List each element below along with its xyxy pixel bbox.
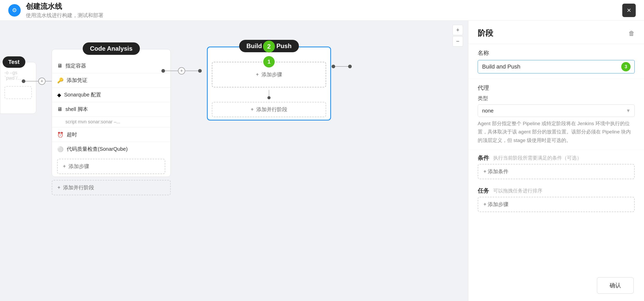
- add-condition-label: + 添加条件: [483, 168, 508, 175]
- panel-delete-button[interactable]: 🗑: [628, 30, 635, 37]
- panel-type-label: 类型: [478, 95, 635, 102]
- add-step-icon: +: [256, 72, 259, 78]
- zoom-in-button[interactable]: +: [453, 25, 463, 35]
- shell-icon: 🖥: [57, 106, 62, 112]
- header-icon: ⚙: [8, 4, 21, 17]
- add-condition-button[interactable]: + 添加条件: [478, 164, 635, 179]
- tasks-subtitle: 可以拖拽任务进行排序: [493, 187, 542, 194]
- code-analysis-add-parallel[interactable]: + 添加并行阶段: [52, 180, 171, 195]
- test-stage-pill: Test: [3, 56, 25, 68]
- sub-stage-vert-connector: [208, 90, 330, 99]
- add-parallel-icon: +: [251, 107, 254, 112]
- close-icon: ×: [627, 6, 631, 14]
- item-container: 🖥 指定容器: [52, 59, 170, 73]
- sub-stage-badge-1: 1: [263, 56, 275, 67]
- test-stage-card: -o –gs `pwd`/...: [0, 62, 36, 114]
- header-text: 创建流水线 使用流水线进行构建，测试和部署: [26, 2, 622, 19]
- clock-icon: ⏰: [57, 132, 64, 138]
- add-stage-between-code-build[interactable]: +: [178, 67, 185, 74]
- item-credential: 🔑 添加凭证: [52, 73, 170, 88]
- item-quality: ⚪ 代码质量检查(SonarQube): [52, 142, 170, 156]
- gear-icon: ⚙: [12, 7, 17, 14]
- build-push-add-parallel-label: 添加并行阶段: [256, 106, 287, 113]
- code-item-timeout[interactable]: 超时: [67, 131, 77, 138]
- test-stage-wrapper: Test -o –gs `pwd`/... +: [0, 62, 36, 114]
- build-push-add-step[interactable]: + 添加步骤: [251, 67, 287, 82]
- sub-stage-1: 1 + 添加步骤: [212, 62, 326, 87]
- code-analysis-pill[interactable]: Code Analysis: [83, 42, 140, 55]
- code-item-sonarqube[interactable]: Sonarqube 配置: [64, 91, 101, 98]
- zoom-controls: + −: [453, 25, 463, 47]
- add-stage-between-test-code[interactable]: +: [38, 78, 46, 85]
- name-badge: 3: [621, 62, 631, 71]
- zoom-out-button[interactable]: −: [453, 36, 463, 47]
- panel-conditions-section: 条件 执行当前阶段所需要满足的条件（可选） + 添加条件: [468, 150, 644, 183]
- sonar-icon: ◆: [57, 92, 61, 98]
- add-step-plus-icon: +: [63, 163, 66, 169]
- panel-name-label: 名称: [478, 49, 635, 57]
- panel-type-select-wrapper: none any label node docker dockerfile ▼: [478, 104, 635, 117]
- add-parallel-plus-icon: +: [57, 185, 61, 191]
- code-analysis-card: 🖥 指定容器 🔑 添加凭证 ◆ Sonarqube 配置 🖥 shell 脚本 …: [52, 49, 171, 177]
- test-stage-area: Test -o –gs `pwd`/...: [0, 62, 36, 114]
- conditions-subtitle: 执行当前阶段所需要满足的条件（可选）: [493, 155, 582, 161]
- build-push-number-badge: 2: [263, 41, 275, 52]
- code-item-shell[interactable]: shell 脚本: [65, 106, 88, 113]
- header: ⚙ 创建流水线 使用流水线进行构建，测试和部署 ×: [0, 0, 644, 21]
- header-title: 创建流水线: [26, 2, 622, 11]
- confirm-button[interactable]: 确认: [597, 277, 634, 294]
- build-push-add-step-label: 添加步骤: [261, 71, 282, 78]
- build-push-add-parallel[interactable]: + 添加并行阶段: [212, 102, 326, 117]
- code-analysis-add-parallel-label: 添加并行阶段: [63, 184, 94, 191]
- code-item-script: script mvn sonar:sonar –...: [65, 119, 120, 125]
- tasks-title: 任务: [478, 187, 489, 195]
- build-push-stage-wrapper: 2 Build and Push 1 + 添加步骤: [207, 47, 331, 121]
- panel-name-section: 名称 3: [468, 44, 644, 79]
- conditions-header: 条件 执行当前阶段所需要满足的条件（可选）: [478, 154, 635, 162]
- conditions-title: 条件: [478, 154, 489, 162]
- code-analysis-stage-wrapper: Code Analysis 🖥 指定容器 🔑 添加凭证 ◆ Sonarqube …: [52, 49, 171, 195]
- container-icon: 🖥: [57, 63, 62, 69]
- build-push-card: 1 + 添加步骤 + 添加并行阶段: [207, 47, 331, 121]
- tasks-header: 任务 可以拖拽任务进行排序: [478, 187, 635, 195]
- code-analysis-add-step-label: 添加步骤: [69, 163, 89, 170]
- code-analysis-add-step[interactable]: + 添加步骤: [57, 159, 165, 174]
- panel-title: 阶段: [478, 28, 493, 39]
- code-item-quality[interactable]: 代码质量检查(SonarQube): [67, 146, 128, 153]
- item-timeout: ⏰ 超时: [52, 127, 170, 142]
- panel-agent-label: 代理: [478, 84, 635, 92]
- code-item-container[interactable]: 指定容器: [65, 62, 86, 69]
- panel-tasks-section: 任务 可以拖拽任务进行排序 + 添加步骤: [468, 183, 644, 216]
- build-push-right-connector: [332, 65, 352, 68]
- code-item-credential[interactable]: 添加凭证: [67, 77, 87, 84]
- code-analysis-stage: Code Analysis 🖥 指定容器 🔑 添加凭证 ◆ Sonarqube …: [52, 49, 171, 195]
- build-push-outer: 2 Build and Push 1 + 添加步骤: [207, 47, 331, 121]
- panel-header: 阶段 🗑: [468, 21, 644, 44]
- close-button[interactable]: ×: [622, 4, 636, 17]
- add-step-button[interactable]: + 添加步骤: [478, 197, 635, 212]
- key-icon: 🔑: [57, 77, 64, 84]
- panel-type-select[interactable]: none any label node docker dockerfile: [478, 104, 635, 117]
- panel-agent-section: 代理 类型 none any label node docker dockerf…: [468, 79, 644, 150]
- header-subtitle: 使用流水线进行构建，测试和部署: [26, 12, 622, 19]
- test-add-placeholder: [4, 86, 32, 99]
- check-icon: ⚪: [57, 146, 64, 152]
- code-to-build-connector: +: [161, 67, 202, 74]
- item-sonarqube: ◆ Sonarqube 配置: [52, 88, 170, 102]
- add-step-label: + 添加步骤: [483, 201, 508, 208]
- panel-name-input[interactable]: [478, 60, 635, 73]
- right-panel: 阶段 🗑 名称 3 代理 类型 none any label node dock…: [468, 21, 644, 301]
- item-script: script mvn sonar:sonar –...: [52, 117, 170, 127]
- panel-name-input-wrapper: 3: [478, 60, 635, 73]
- panel-agent-description: Agent 部分指定整个 Pipeline 或特定阶段将在 Jenkins 环境…: [478, 119, 635, 145]
- item-shell: 🖥 shell 脚本: [52, 102, 170, 117]
